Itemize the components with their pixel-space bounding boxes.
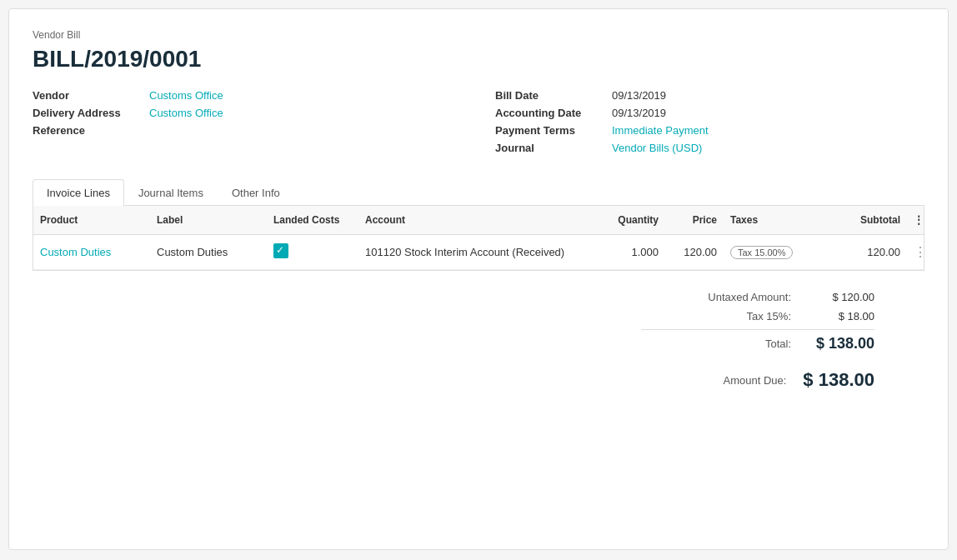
tab-journal-items[interactable]: Journal Items — [124, 179, 218, 206]
tab-other-info[interactable]: Other Info — [218, 179, 294, 206]
col-header-product: Product — [33, 211, 150, 229]
totals-section: Untaxed Amount: $ 120.00 Tax 15%: $ 18.0… — [33, 288, 924, 394]
cell-product[interactable]: Custom Duties — [33, 242, 150, 262]
untaxed-amount-row: Untaxed Amount: $ 120.00 — [641, 288, 874, 307]
col-header-price: Price — [665, 211, 724, 229]
document-type: Vendor Bill — [33, 29, 924, 41]
delivery-label: Delivery Address — [33, 107, 149, 119]
landed-costs-checkbox[interactable] — [273, 243, 288, 258]
accounting-date-label: Accounting Date — [495, 107, 612, 119]
cell-subtotal: 120.00 — [832, 242, 907, 262]
tab-bar: Invoice Lines Journal Items Other Info — [33, 179, 924, 206]
total-row: Total: $ 138.00 — [641, 329, 874, 356]
reference-label: Reference — [33, 124, 149, 137]
vendor-bill-page: Vendor Bill BILL/2019/0001 Vendor Custom… — [8, 8, 949, 550]
payment-terms-row: Payment Terms Immediate Payment — [495, 124, 924, 137]
col-header-label: Label — [150, 211, 267, 229]
amount-due-value: $ 138.00 — [803, 369, 874, 391]
payment-terms-value[interactable]: Immediate Payment — [612, 124, 709, 137]
total-value: $ 138.00 — [808, 335, 874, 352]
tax-label: Tax 15%: — [641, 310, 808, 322]
vendor-value[interactable]: Customs Office — [149, 89, 223, 102]
col-header-quantity: Quantity — [590, 211, 665, 229]
accounting-date-row: Accounting Date 09/13/2019 — [495, 107, 924, 119]
row-menu[interactable]: ⋮ — [907, 241, 924, 263]
cell-taxes: Tax 15.00% — [724, 242, 832, 262]
col-header-subtotal: Subtotal — [832, 211, 907, 229]
cell-quantity: 1.000 — [590, 242, 665, 262]
delivery-value[interactable]: Customs Office — [149, 107, 223, 119]
col-header-menu: ⋮ — [907, 211, 924, 229]
amount-due-label: Amount Due: — [641, 374, 803, 387]
accounting-date-value[interactable]: 09/13/2019 — [612, 107, 666, 119]
tax-badge: Tax 15.00% — [730, 246, 793, 259]
reference-row: Reference — [33, 124, 462, 137]
cell-account: 101120 Stock Interim Account (Received) — [358, 242, 590, 262]
total-label: Total: — [641, 338, 808, 350]
bill-date-value[interactable]: 09/13/2019 — [612, 89, 666, 102]
tab-invoice-lines[interactable]: Invoice Lines — [33, 179, 124, 206]
journal-label: Journal — [495, 142, 612, 154]
journal-value[interactable]: Vendor Bills (USD) — [612, 142, 702, 154]
cell-landed-costs[interactable] — [267, 240, 358, 264]
untaxed-label: Untaxed Amount: — [641, 291, 808, 303]
delivery-address-row: Delivery Address Customs Office — [33, 107, 462, 119]
col-header-taxes: Taxes — [724, 211, 832, 229]
col-header-account: Account — [358, 211, 590, 229]
untaxed-value: $ 120.00 — [808, 291, 874, 303]
col-header-landed-costs: Landed Costs — [267, 211, 358, 229]
table-row: Custom Duties Custom Duties 101120 Stock… — [33, 235, 924, 270]
vendor-row: Vendor Customs Office — [33, 89, 462, 102]
form-section: Vendor Customs Office Delivery Address C… — [33, 89, 924, 159]
tax-row: Tax 15%: $ 18.00 — [641, 307, 874, 326]
cell-label: Custom Duties — [150, 242, 267, 262]
payment-terms-label: Payment Terms — [495, 124, 612, 137]
tax-value: $ 18.00 — [808, 310, 874, 322]
form-right: Bill Date 09/13/2019 Accounting Date 09/… — [495, 89, 924, 159]
bill-date-row: Bill Date 09/13/2019 — [495, 89, 924, 102]
document-title: BILL/2019/0001 — [33, 46, 924, 72]
journal-row: Journal Vendor Bills (USD) — [495, 142, 924, 154]
cell-price: 120.00 — [665, 242, 724, 262]
totals-table: Untaxed Amount: $ 120.00 Tax 15%: $ 18.0… — [641, 288, 874, 394]
invoice-lines-table: Product Label Landed Costs Account Quant… — [33, 206, 924, 271]
amount-due-row: Amount Due: $ 138.00 — [641, 362, 874, 394]
form-left: Vendor Customs Office Delivery Address C… — [33, 89, 462, 159]
bill-date-label: Bill Date — [495, 89, 612, 102]
table-header: Product Label Landed Costs Account Quant… — [33, 206, 924, 235]
vendor-label: Vendor — [33, 89, 149, 102]
